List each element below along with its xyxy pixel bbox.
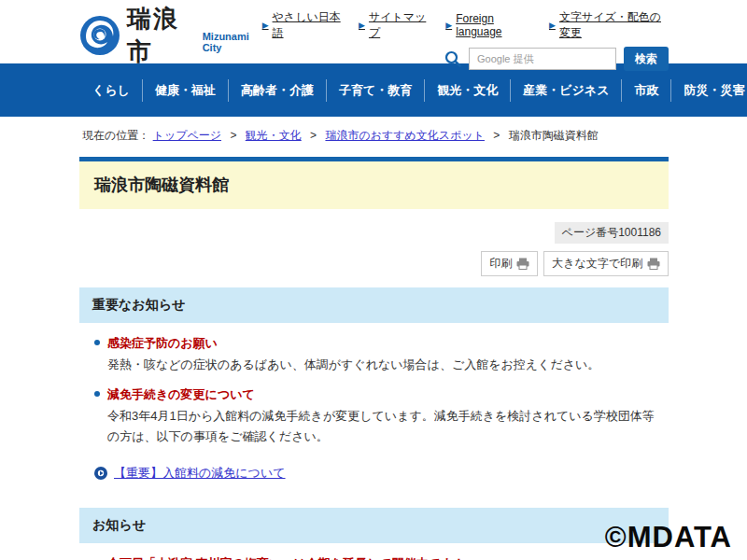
notice-title: 減免手続きの変更について bbox=[94, 386, 255, 403]
notice-title: 感染症予防のお願い bbox=[94, 335, 218, 352]
utility-link-font-size-color[interactable]: ▶文字サイズ・配色の変更 bbox=[549, 9, 669, 41]
search-input[interactable] bbox=[469, 48, 616, 70]
list-item: 感染症予防のお願い 発熱・咳などの症状のあるばあい、体調がすぐれない場合は、ご入… bbox=[94, 334, 665, 374]
utility-links: ▶やさしい日本語 ▶サイトマップ ▶Foreign language ▶文字サイ… bbox=[262, 9, 669, 41]
section-important-notices: 重要なお知らせ 感染症予防のお願い 発熱・咳などの症状のあるばあい、体調がすぐれ… bbox=[79, 287, 669, 497]
breadcrumb-separator: > bbox=[493, 129, 500, 142]
notice-body: 令和3年4月1日から入館料の減免手続きが変更しています。減免手続きを検討されてい… bbox=[94, 406, 665, 446]
print-button-label: 印刷 bbox=[489, 256, 512, 272]
utility-link-sitemap[interactable]: ▶サイトマップ bbox=[359, 9, 429, 41]
utility-link-label: Foreign language bbox=[456, 12, 532, 38]
header-right: ▶やさしい日本語 ▶サイトマップ ▶Foreign language ▶文字サイ… bbox=[262, 6, 669, 63]
list-item: 減免手続きの変更について 令和3年4月1日から入館料の減免手続きが変更しています… bbox=[94, 385, 665, 446]
print-large-button-label: 大きな文字で印刷 bbox=[552, 256, 642, 272]
utility-link-easy-japanese[interactable]: ▶やさしい日本語 bbox=[262, 9, 342, 41]
breadcrumb-link-top[interactable]: トップページ bbox=[153, 129, 221, 142]
page-title: 瑞浪市陶磁資料館 bbox=[79, 157, 669, 209]
nav-item-elderly-care[interactable]: 高齢者・介護 bbox=[228, 79, 326, 102]
site-logo[interactable]: 瑞浪市 Mizunami City bbox=[80, 7, 262, 63]
breadcrumb-label: 現在の位置： bbox=[82, 129, 149, 142]
list-item: 企画展「大湫宿 森川家の塩商い」は会期を延長して開催中です！ 中山道大湫宿の商家… bbox=[94, 554, 665, 560]
search-button[interactable]: 検索 bbox=[624, 47, 669, 71]
section-heading-important: 重要なお知らせ bbox=[79, 287, 669, 323]
document-link-row: 【重要】入館料の減免について bbox=[79, 457, 669, 497]
search-icon bbox=[444, 50, 461, 67]
city-logo-icon bbox=[80, 16, 120, 55]
bullet-icon bbox=[94, 340, 100, 345]
nav-item-disaster-prevention[interactable]: 防災・災害 bbox=[670, 79, 747, 102]
utility-link-foreign-language[interactable]: ▶Foreign language bbox=[445, 9, 532, 41]
triangle-icon: ▶ bbox=[359, 21, 365, 30]
important-notice-list: 感染症予防のお願い 発熱・咳などの症状のあるばあい、体調がすぐれない場合は、ご入… bbox=[79, 323, 669, 446]
utility-link-label: 文字サイズ・配色の変更 bbox=[559, 9, 669, 41]
news-list: 企画展「大湫宿 森川家の塩商い」は会期を延長して開催中です！ 中山道大湫宿の商家… bbox=[79, 543, 669, 560]
print-large-button[interactable]: 大きな文字で印刷 bbox=[543, 251, 669, 276]
breadcrumb-current: 瑞浪市陶磁資料館 bbox=[509, 129, 599, 142]
site-header: 瑞浪市 Mizunami City ▶やさしい日本語 ▶サイトマップ ▶Fore… bbox=[0, 0, 747, 63]
nav-item-city-government[interactable]: 市政 bbox=[621, 79, 670, 102]
site-name: 瑞浪市 bbox=[127, 3, 195, 68]
breadcrumb-separator: > bbox=[310, 129, 317, 142]
nav-item-industry-business[interactable]: 産業・ビジネス bbox=[510, 79, 621, 102]
main-content: 瑞浪市陶磁資料館 ページ番号1001186 印刷 大きな文字で印刷 bbox=[79, 157, 669, 560]
main-nav: くらし 健康・福祉 高齢者・介護 子育て・教育 観光・文化 産業・ビジネス 市政… bbox=[0, 63, 747, 117]
notice-title-text: 減免手続きの変更について bbox=[107, 386, 255, 403]
printer-icon bbox=[516, 258, 529, 270]
triangle-icon: ▶ bbox=[549, 21, 556, 30]
nav-item-kurashi[interactable]: くらし bbox=[80, 79, 142, 102]
circle-arrow-icon bbox=[94, 467, 107, 480]
bullet-icon bbox=[94, 391, 100, 397]
page-number-badge: ページ番号1001186 bbox=[555, 222, 669, 244]
triangle-icon: ▶ bbox=[262, 21, 269, 30]
page-number-row: ページ番号1001186 bbox=[79, 222, 669, 244]
notice-title-text: 感染症予防のお願い bbox=[107, 335, 218, 352]
utility-link-label: サイトマップ bbox=[369, 9, 429, 41]
notice-body: 発熱・咳などの症状のあるばあい、体調がすぐれない場合は、ご入館をお控えください。 bbox=[94, 355, 665, 374]
nav-item-childcare-education[interactable]: 子育て・教育 bbox=[326, 79, 424, 102]
admission-fee-reduction-link[interactable]: 【重要】入館料の減免について bbox=[114, 465, 286, 482]
notice-title-text: 企画展「大湫宿 森川家の塩商い」は会期を延長して開催中です！ bbox=[107, 555, 465, 560]
breadcrumb-link-tourism-culture[interactable]: 観光・文化 bbox=[246, 129, 302, 142]
nav-item-tourism-culture[interactable]: 観光・文化 bbox=[424, 79, 510, 102]
print-button[interactable]: 印刷 bbox=[481, 251, 538, 276]
breadcrumb: 現在の位置： トップページ > 観光・文化 > 瑞浪市のおすすめ文化スポット >… bbox=[0, 117, 747, 153]
print-row: 印刷 大きな文字で印刷 bbox=[79, 251, 669, 276]
nav-item-health-welfare[interactable]: 健康・福祉 bbox=[142, 79, 228, 102]
utility-link-label: やさしい日本語 bbox=[273, 9, 342, 41]
breadcrumb-link-culture-spots[interactable]: 瑞浪市のおすすめ文化スポット bbox=[325, 129, 485, 142]
notice-title: 企画展「大湫宿 森川家の塩商い」は会期を延長して開催中です！ bbox=[94, 555, 465, 560]
watermark: ©MDATA bbox=[605, 521, 732, 554]
site-name-en: Mizunami City bbox=[203, 31, 262, 53]
main-nav-list: くらし 健康・福祉 高齢者・介護 子育て・教育 観光・文化 産業・ビジネス 市政… bbox=[80, 79, 747, 102]
site-search: 検索 bbox=[444, 47, 669, 71]
section-news: お知らせ 企画展「大湫宿 森川家の塩商い」は会期を延長して開催中です！ 中山道大… bbox=[79, 508, 669, 560]
section-heading-news: お知らせ bbox=[79, 508, 669, 543]
breadcrumb-separator: > bbox=[230, 129, 236, 142]
triangle-icon: ▶ bbox=[445, 21, 452, 30]
printer-icon bbox=[647, 258, 660, 270]
page: 瑞浪市 Mizunami City ▶やさしい日本語 ▶サイトマップ ▶Fore… bbox=[0, 0, 747, 560]
